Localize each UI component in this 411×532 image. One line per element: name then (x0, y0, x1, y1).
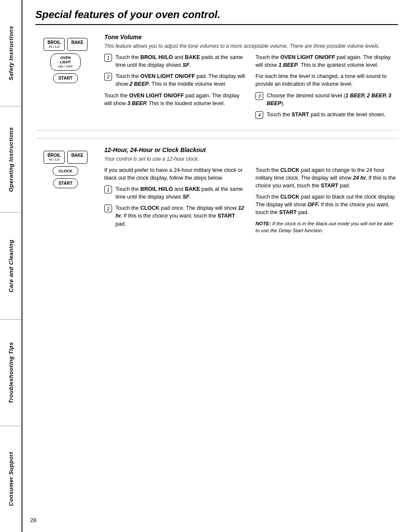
para-2-1: If you would prefer to have a 24-hour mi… (104, 166, 247, 182)
sidebar-section-troubleshooting: Troubleshooting Tips (0, 320, 22, 426)
step-num-1-4: 4 (255, 111, 263, 119)
sidebar-label-troubleshooting: Troubleshooting Tips (8, 342, 14, 403)
diagram-panel-1: BROILHI / LO BAKE OVENLIGHTON / OFF STAR… (35, 34, 96, 122)
btn-clock: CLOCK (53, 166, 78, 176)
sidebar-section-consumer: Consumer Support (0, 426, 22, 532)
step-item-1-2: 2 Touch the OVEN LIGHT ON/OFF pad. The d… (104, 72, 247, 88)
btn-oven-light: OVENLIGHTON / OFF (50, 53, 81, 71)
section-subtitle-1: This feature allows you to adjust the to… (104, 43, 398, 49)
step-list-right-1: 3 Choose the desired sound level (1 BEEP… (255, 92, 398, 119)
step-text-1-3: Choose the desired sound level (1 BEEP, … (267, 92, 398, 107)
sidebar-label-safety: Safety Instructions (8, 26, 14, 81)
text-content-1: Tone Volume This feature allows you to a… (104, 34, 398, 122)
two-col-1: 1 Touch the BROIL HI/LO and BAKE pads at… (104, 53, 398, 122)
button-diagram-1: BROILHI / LO BAKE OVENLIGHTON / OFF STAR… (44, 38, 87, 83)
step-text-2-2: Touch the CLOCK pad once. The display wi… (115, 204, 247, 227)
sidebar-label-care: Care and Cleaning (8, 240, 14, 292)
step-list-2: 1 Touch the BROIL HI/LO and BAKE pads at… (104, 185, 247, 228)
step-text-1-2: Touch the OVEN LIGHT ON/OFF pad. The dis… (115, 72, 247, 88)
main-content: Special features of your oven control. B… (22, 0, 411, 255)
sidebar: Safety Instructions Operating Instructio… (0, 0, 22, 532)
note-text: NOTE: If the clock is in the black-out m… (255, 220, 398, 234)
step-num-1-3: 3 (255, 92, 263, 100)
btn-start-2: START (53, 178, 78, 188)
sidebar-section-care: Care and Cleaning (0, 213, 22, 319)
col-left-1: 1 Touch the BROIL HI/LO and BAKE pads at… (104, 53, 247, 122)
col-right-2: Touch the CLOCK pad again to change to t… (255, 166, 398, 234)
sidebar-label-consumer: Consumer Support (8, 452, 14, 506)
btn-bake-1: BAKE (67, 38, 87, 51)
section-clock: BROILHI / LO BAKE CLOCK START 12-Hour, 2… (35, 138, 398, 242)
text-content-2: 12-Hour, 24-Hour or Clock Blackout Your … (104, 146, 398, 234)
col-right-1: Touch the OVEN LIGHT ON/OFF pad again. T… (255, 53, 398, 122)
step-item-2-1: 1 Touch the BROIL HI/LO and BAKE pads at… (104, 185, 247, 201)
page-number: 28 (30, 517, 36, 523)
step-list-left-1: 1 Touch the BROIL HI/LO and BAKE pads at… (104, 53, 247, 88)
btn-row-top-1: BROILHI / LO BAKE (44, 38, 87, 51)
para-1-1: Touch the OVEN LIGHT ON/OFF pad again. T… (104, 92, 247, 107)
step-item-1-1: 1 Touch the BROIL HI/LO and BAKE pads at… (104, 53, 247, 69)
btn-bake-2: BAKE (67, 151, 87, 164)
diagram-panel-2: BROILHI / LO BAKE CLOCK START (35, 146, 96, 234)
para-right-1-1: Touch the OVEN LIGHT ON/OFF pad again. T… (255, 53, 398, 69)
section-subtitle-2: Your control is set to use a 12-hour clo… (104, 156, 398, 162)
step-num-2-2: 2 (104, 205, 112, 212)
btn-broil-2: BROILHI / LO (44, 151, 65, 164)
step-text-1-1: Touch the BROIL HI/LO and BAKE pads at t… (115, 53, 247, 69)
step-item-1-4: 4 Touch the START pad to activate the le… (255, 111, 398, 119)
step-item-2-2: 2 Touch the CLOCK pad once. The display … (104, 204, 247, 227)
two-col-2: If you would prefer to have a 24-hour mi… (104, 166, 398, 234)
step-num-1-2: 2 (104, 73, 112, 81)
section-title-1: Tone Volume (104, 34, 398, 40)
sidebar-section-safety: Safety Instructions (0, 0, 22, 106)
page-title: Special features of your oven control. (35, 9, 398, 25)
para-right-1-2: For each time the level is changed, a to… (255, 72, 398, 88)
sidebar-section-operating: Operating Instructions (0, 106, 22, 213)
button-diagram-2: BROILHI / LO BAKE CLOCK START (44, 151, 87, 188)
col-left-2: If you would prefer to have a 24-hour mi… (104, 166, 247, 234)
step-num-2-1: 1 (104, 186, 112, 193)
step-item-1-3: 3 Choose the desired sound level (1 BEEP… (255, 92, 398, 107)
section-tone-volume: BROILHI / LO BAKE OVENLIGHTON / OFF STAR… (35, 34, 398, 131)
sidebar-label-operating: Operating Instructions (8, 127, 14, 192)
para-right-2-2: Touch the CLOCK pad again to black out t… (255, 193, 398, 216)
btn-row-top-2: BROILHI / LO BAKE (44, 151, 87, 164)
para-right-2-1: Touch the CLOCK pad again to change to t… (255, 166, 398, 190)
section-title-2: 12-Hour, 24-Hour or Clock Blackout (104, 146, 398, 153)
btn-start-1: START (53, 73, 78, 83)
step-text-1-4: Touch the START pad to activate the leve… (267, 111, 386, 118)
step-num-1-1: 1 (104, 54, 112, 62)
step-text-2-1: Touch the BROIL HI/LO and BAKE pads at t… (115, 185, 247, 201)
btn-broil-1: BROILHI / LO (44, 38, 65, 51)
